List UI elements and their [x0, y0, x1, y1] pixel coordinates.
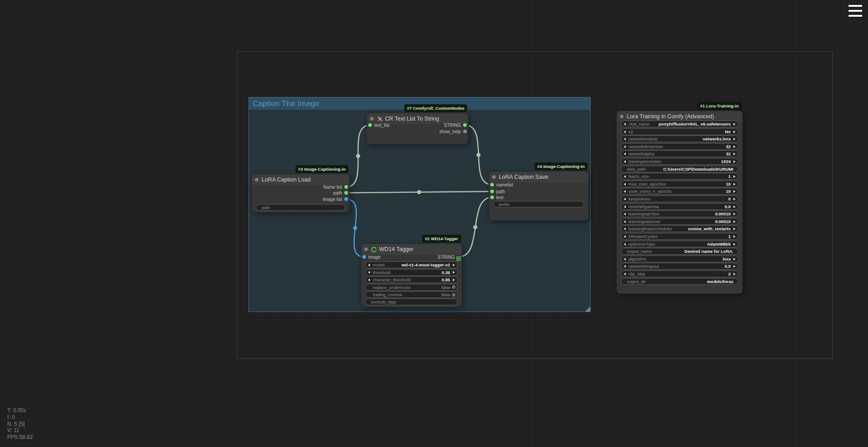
increment-arrow-icon[interactable]: [733, 138, 736, 140]
decrement-arrow-icon[interactable]: [624, 130, 626, 133]
decrement-arrow-icon[interactable]: [624, 160, 626, 163]
increment-arrow-icon[interactable]: [733, 273, 736, 275]
widget-trailing_comma[interactable]: trailing_commafalse: [365, 291, 458, 298]
decrement-arrow-icon[interactable]: [624, 145, 626, 148]
widget-clip_skip[interactable]: clip_skip2: [621, 270, 738, 277]
increment-arrow-icon[interactable]: [733, 228, 736, 230]
widget-prefix[interactable]: prefix: [493, 201, 584, 208]
increment-arrow-icon[interactable]: [733, 243, 736, 246]
decrement-arrow-icon[interactable]: [624, 198, 626, 200]
input-slot-text_list[interactable]: [368, 123, 372, 127]
collapse-dot-icon[interactable]: [620, 115, 624, 118]
widget-exclude_tags[interactable]: exclude_tags: [365, 298, 458, 305]
increment-arrow-icon[interactable]: [733, 220, 736, 223]
increment-arrow-icon[interactable]: [453, 271, 455, 274]
decrement-arrow-icon[interactable]: [624, 243, 626, 246]
comfyui-canvas[interactable]: Caption The Image CR Text List To String…: [0, 0, 868, 447]
widget-max_train_epoches[interactable]: max_train_epoches10: [621, 181, 738, 187]
increment-arrow-icon[interactable]: [733, 258, 736, 261]
increment-arrow-icon[interactable]: [733, 183, 736, 186]
widget-learningRateScheduler[interactable]: learningRateSchedulercosine_with_restart…: [621, 225, 738, 232]
decrement-arrow-icon[interactable]: [624, 205, 626, 208]
widget-output_name[interactable]: output_nameDesired name for LoRA.: [621, 248, 738, 255]
increment-arrow-icon[interactable]: [733, 145, 736, 148]
menu-hamburger-icon[interactable]: [849, 5, 862, 17]
widget-optimizerType[interactable]: optimizerTypeAdamW8bit: [621, 241, 738, 247]
output-slot-list-grid-icon[interactable]: [456, 255, 461, 259]
widget-minSNRgamma[interactable]: minSNRgamma0.0: [621, 203, 738, 210]
widget-model[interactable]: modelwd-v1-4-moat-tagger-v2: [365, 261, 458, 268]
increment-arrow-icon[interactable]: [733, 123, 736, 126]
decrement-arrow-icon[interactable]: [624, 273, 626, 275]
decrement-arrow-icon[interactable]: [624, 175, 626, 178]
increment-arrow-icon[interactable]: [733, 198, 736, 200]
input-slot-image[interactable]: [362, 255, 366, 259]
collapse-dot-icon[interactable]: [255, 178, 258, 182]
widget-path[interactable]: path: [256, 204, 345, 211]
decrement-arrow-icon[interactable]: [368, 271, 370, 274]
output-slot-path[interactable]: [344, 191, 348, 195]
node-titlebar[interactable]: LoRA Caption Save: [489, 172, 588, 182]
input-slot-text[interactable]: [490, 196, 494, 199]
decrement-arrow-icon[interactable]: [624, 228, 626, 230]
output-slot-show_help[interactable]: [463, 130, 467, 133]
increment-arrow-icon[interactable]: [733, 265, 736, 268]
output-slot-STRING[interactable]: [463, 123, 467, 127]
widget-networkdimension[interactable]: networkdimension32: [621, 143, 738, 150]
decrement-arrow-icon[interactable]: [624, 258, 626, 261]
node-titlebar[interactable]: LoRA Caption Load: [252, 174, 349, 185]
widget-batch_size[interactable]: batch_size1: [621, 173, 738, 180]
decrement-arrow-icon[interactable]: [624, 220, 626, 223]
increment-arrow-icon[interactable]: [733, 205, 736, 208]
widget-learningrateText[interactable]: learningrateText0.00010: [621, 210, 738, 217]
node-cr-text-list[interactable]: CR Text List To Stringtext_listSTRINGsho…: [367, 113, 468, 144]
increment-arrow-icon[interactable]: [733, 130, 736, 133]
increment-arrow-icon[interactable]: [453, 264, 455, 266]
decrement-arrow-icon[interactable]: [624, 265, 626, 268]
increment-arrow-icon[interactable]: [733, 160, 736, 163]
decrement-arrow-icon[interactable]: [624, 138, 626, 140]
group-resize-handle[interactable]: [585, 307, 590, 312]
decrement-arrow-icon[interactable]: [368, 279, 370, 281]
collapse-dot-icon[interactable]: [364, 247, 368, 251]
decrement-arrow-icon[interactable]: [624, 213, 626, 215]
output-slot-Name list[interactable]: [344, 185, 348, 189]
decrement-arrow-icon[interactable]: [624, 235, 626, 238]
decrement-arrow-icon[interactable]: [368, 264, 370, 266]
widget-replace_underscore[interactable]: replace_underscorefalse: [365, 284, 458, 291]
output-slot-Image list[interactable]: [344, 197, 348, 201]
node-wd14-tagger[interactable]: WD14 TaggerimageSTRINGmodelwd-v1-4-moat-…: [361, 244, 462, 307]
decrement-arrow-icon[interactable]: [624, 190, 626, 193]
widget-learningrateUnet[interactable]: learningrateUnet0.00010: [621, 218, 738, 225]
decrement-arrow-icon[interactable]: [624, 123, 626, 126]
increment-arrow-icon[interactable]: [733, 190, 736, 193]
increment-arrow-icon[interactable]: [733, 235, 736, 238]
increment-arrow-icon[interactable]: [733, 175, 736, 178]
toggle-dot-icon[interactable]: [452, 293, 455, 297]
widget-output_dir[interactable]: output_dirmodels/loras: [621, 278, 738, 285]
node-lora-training[interactable]: Lora Training in Comfy (Advanced)ckpt_na…: [617, 111, 742, 293]
node-lora-caption-save[interactable]: LoRA Caption Savenamelistpathtextprefix: [489, 172, 588, 220]
node-lora-caption-load[interactable]: LoRA Caption LoadName listpathImage list…: [252, 174, 349, 212]
widget-character_threshold[interactable]: character_threshold0.85: [365, 276, 458, 283]
widget-v2[interactable]: v2No: [621, 128, 738, 135]
widget-keeptokens[interactable]: keeptokens0: [621, 196, 738, 202]
increment-arrow-icon[interactable]: [733, 213, 736, 215]
collapse-dot-icon[interactable]: [370, 117, 374, 121]
toggle-dot-icon[interactable]: [452, 285, 455, 289]
widget-ckpt_name[interactable]: ckpt_nameponyDiffusionV6XL_v6.safetensor…: [621, 121, 738, 127]
widget-threshold[interactable]: threshold0.35: [365, 269, 458, 276]
widget-lrRestartCycles[interactable]: lrRestartCycles1: [621, 233, 738, 240]
input-slot-path[interactable]: [490, 190, 494, 193]
increment-arrow-icon[interactable]: [733, 153, 736, 155]
widget-algorithm[interactable]: algorithmlora: [621, 256, 738, 262]
increment-arrow-icon[interactable]: [453, 279, 455, 281]
widget-networkalpha[interactable]: networkalpha32: [621, 150, 738, 157]
decrement-arrow-icon[interactable]: [624, 183, 626, 186]
widget-save_every_n_epochs[interactable]: save_every_n_epochs10: [621, 188, 738, 195]
node-titlebar[interactable]: WD14 Tagger: [361, 244, 462, 255]
decrement-arrow-icon[interactable]: [624, 153, 626, 155]
input-slot-namelist[interactable]: [490, 183, 494, 186]
widget-trainingresolution[interactable]: trainingresolution1024: [621, 158, 738, 165]
widget-networkmodule[interactable]: networkmodulenetworks.lora: [621, 135, 738, 142]
